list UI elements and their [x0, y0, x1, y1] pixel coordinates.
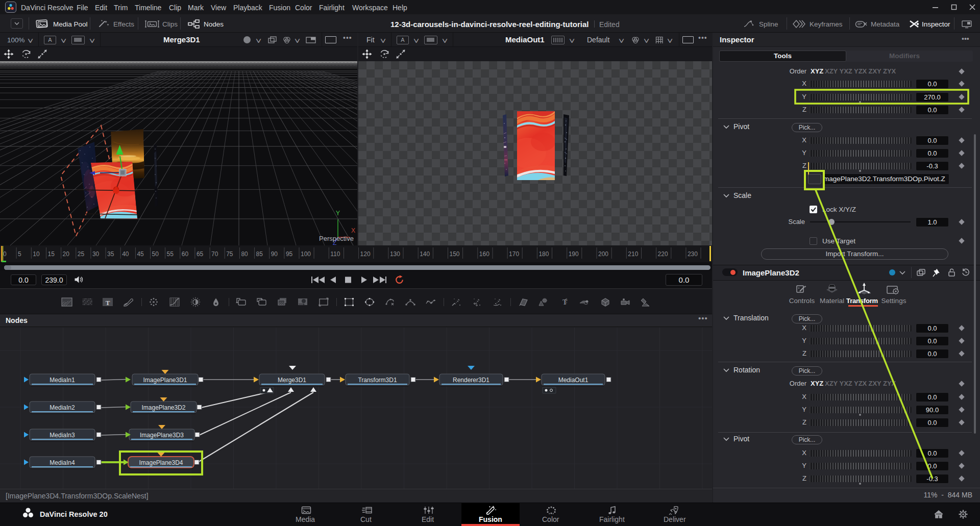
svg-text:Merge3D1: Merge3D1	[278, 377, 306, 384]
svg-text:T: T	[106, 299, 110, 307]
svg-text:Renderer3D1: Renderer3D1	[453, 377, 489, 384]
svg-text:T: T	[562, 298, 568, 306]
svg-text:ImagePlane3D4: ImagePlane3D4	[139, 459, 183, 466]
svg-text:MediaOut1: MediaOut1	[558, 377, 589, 384]
svg-text:Transform3D1: Transform3D1	[358, 377, 397, 384]
svg-text:MediaIn3: MediaIn3	[50, 432, 75, 439]
svg-text:MediaIn2: MediaIn2	[50, 404, 75, 411]
svg-text:ImagePlane3D2: ImagePlane3D2	[141, 404, 185, 411]
svg-text:ImagePlane3D1: ImagePlane3D1	[143, 377, 187, 384]
svg-text:MediaIn4: MediaIn4	[50, 459, 75, 466]
svg-text:ImagePlane3D3: ImagePlane3D3	[140, 432, 184, 439]
svg-text:MediaIn1: MediaIn1	[50, 377, 75, 384]
